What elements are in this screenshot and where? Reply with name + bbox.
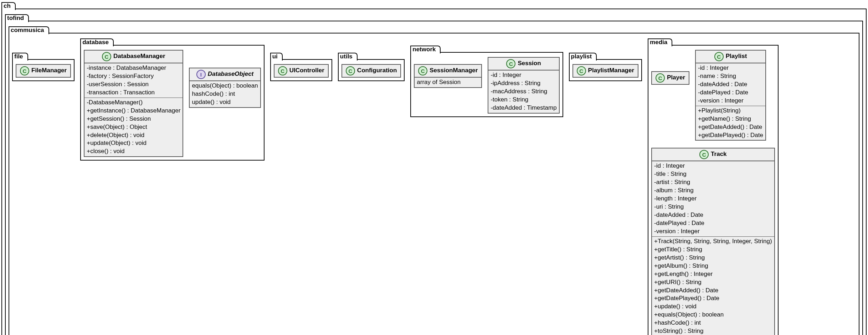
interface-icon: I (196, 70, 206, 79)
class-icon: C (656, 73, 665, 83)
class-icon: C (346, 66, 355, 75)
package-tab: database (80, 38, 114, 46)
class-playlist[interactable]: CPlaylist -id : Integer -name : String -… (695, 50, 766, 141)
attributes: -instance : DatabaseManager -factory : S… (84, 63, 183, 98)
class-icon: C (699, 150, 709, 159)
package-file: file CFileManager (12, 59, 75, 81)
class-filemanager[interactable]: CFileManager (16, 64, 71, 78)
class-icon: C (20, 66, 29, 75)
class-configuration[interactable]: CConfiguration (341, 64, 401, 78)
interface-databaseobject[interactable]: IDatabaseObject equals(Object) : boolean… (189, 68, 261, 108)
class-name: PlaylistManager (588, 67, 634, 74)
class-name: Playlist (726, 53, 747, 59)
package-tab: playlist (569, 53, 597, 61)
class-session[interactable]: CSession -id : Integer -ipAddress : Stri… (488, 57, 559, 114)
class-track[interactable]: CTrack -id : Integer -title : String -ar… (651, 148, 775, 335)
class-name: Session (518, 60, 541, 67)
class-icon: C (577, 66, 586, 75)
package-tab: media (648, 38, 672, 46)
package-ui: ui CUIController (270, 59, 332, 81)
package-tab: ui (270, 53, 283, 61)
operations: equals(Object) : boolean hashCode() : in… (190, 81, 260, 107)
class-icon: C (418, 66, 427, 75)
class-name: Track (711, 151, 726, 158)
attributes: -id : Integer -name : String -dateAdded … (696, 63, 765, 106)
package-tab: network (410, 46, 441, 53)
attributes: -id : Integer -title : String -artist : … (652, 161, 774, 236)
package-utils: utils CConfiguration (338, 59, 405, 81)
class-name: FileManager (31, 67, 67, 74)
class-name: SessionManager (430, 67, 478, 74)
package-tab: ch (1, 2, 16, 10)
class-sessionmanager[interactable]: CSessionManager array of Session (414, 64, 482, 88)
package-tab: utils (338, 53, 358, 61)
class-player[interactable]: CPlayer (651, 71, 689, 85)
package-ch: ch tofind commusica file CFileManager da… (1, 9, 867, 335)
package-tab: file (12, 53, 28, 61)
package-database: database CDatabaseManager -instance : Da… (80, 45, 264, 161)
package-network: network CSessionManager array of Session… (410, 52, 563, 117)
operations: -DatabaseManager() +getInstance() : Data… (84, 98, 183, 157)
attributes: array of Session (415, 77, 481, 87)
package-tab: commusica (9, 26, 49, 34)
package-contents-row: file CFileManager database CDatabaseMana… (12, 38, 856, 335)
package-playlist: playlist CPlaylistManager (569, 59, 642, 81)
class-uicontroller[interactable]: CUIController (274, 64, 329, 78)
class-icon: C (714, 52, 724, 61)
package-tofind: tofind commusica file CFileManager datab… (5, 21, 863, 335)
class-name: DatabaseObject (208, 70, 254, 77)
class-icon: C (278, 66, 287, 75)
class-name: DatabaseManager (113, 53, 165, 59)
package-media: media CPlayer CPlaylist -id : Integer -n… (648, 45, 779, 335)
class-name: UIController (289, 67, 324, 74)
package-tab: tofind (5, 14, 29, 22)
attributes: -id : Integer -ipAddress : String -macAd… (488, 70, 559, 113)
operations: +Track(String, String, String, Integer, … (652, 236, 774, 335)
class-name: Configuration (357, 67, 397, 74)
class-databasemanager[interactable]: CDatabaseManager -instance : DatabaseMan… (84, 50, 183, 157)
class-name: Player (667, 74, 685, 81)
class-playlistmanager[interactable]: CPlaylistManager (572, 64, 638, 78)
operations: +Playlist(String) +getName() : String +g… (696, 106, 765, 140)
class-icon: C (102, 52, 111, 61)
class-icon: C (506, 59, 515, 68)
package-commusica: commusica file CFileManager database CDa… (9, 33, 859, 335)
